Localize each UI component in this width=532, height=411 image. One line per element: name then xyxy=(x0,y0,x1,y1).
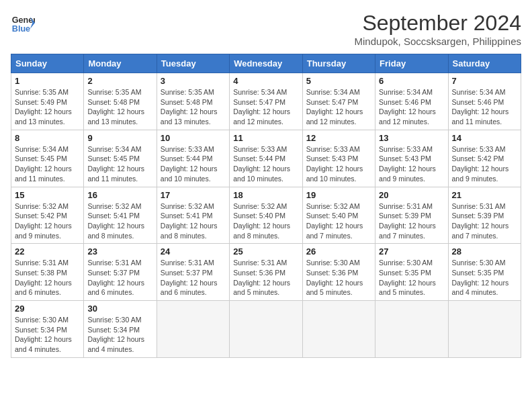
day-number: 10 xyxy=(161,133,226,143)
day-info: Sunrise: 5:32 AMSunset: 5:40 PMDaylight:… xyxy=(306,201,371,241)
day-number: 3 xyxy=(161,76,226,86)
calendar-day-cell: 26Sunrise: 5:30 AMSunset: 5:36 PMDayligh… xyxy=(302,244,375,301)
day-number: 20 xyxy=(379,190,444,200)
calendar-day-cell: 21Sunrise: 5:31 AMSunset: 5:39 PMDayligh… xyxy=(448,187,521,244)
main-title: September 2024 xyxy=(355,11,521,36)
calendar-day-cell xyxy=(302,301,375,358)
day-info: Sunrise: 5:34 AMSunset: 5:47 PMDaylight:… xyxy=(233,87,298,127)
day-number: 6 xyxy=(379,76,444,86)
calendar-day-cell xyxy=(157,301,229,358)
day-number: 9 xyxy=(87,133,152,143)
calendar-day-cell xyxy=(230,301,302,358)
day-info: Sunrise: 5:30 AMSunset: 5:34 PMDaylight:… xyxy=(87,315,152,355)
calendar-day-cell: 8Sunrise: 5:34 AMSunset: 5:45 PMDaylight… xyxy=(11,130,84,187)
calendar-day-cell: 5Sunrise: 5:34 AMSunset: 5:47 PMDaylight… xyxy=(302,73,375,130)
weekday-header-saturday: Saturday xyxy=(448,54,521,73)
day-number: 19 xyxy=(306,190,371,200)
calendar-day-cell: 16Sunrise: 5:32 AMSunset: 5:41 PMDayligh… xyxy=(84,187,157,244)
day-info: Sunrise: 5:33 AMSunset: 5:43 PMDaylight:… xyxy=(306,144,371,184)
calendar-day-cell: 25Sunrise: 5:31 AMSunset: 5:36 PMDayligh… xyxy=(230,244,302,301)
day-info: Sunrise: 5:33 AMSunset: 5:42 PMDaylight:… xyxy=(452,144,517,184)
calendar-day-cell: 3Sunrise: 5:35 AMSunset: 5:48 PMDaylight… xyxy=(157,73,229,130)
day-info: Sunrise: 5:34 AMSunset: 5:45 PMDaylight:… xyxy=(15,144,80,184)
day-number: 11 xyxy=(233,133,298,143)
day-info: Sunrise: 5:31 AMSunset: 5:39 PMDaylight:… xyxy=(379,201,444,241)
day-number: 23 xyxy=(87,246,152,257)
day-number: 27 xyxy=(379,246,444,257)
calendar-week-row: 29Sunrise: 5:30 AMSunset: 5:34 PMDayligh… xyxy=(11,301,521,358)
page-header: General Blue September 2024 Mindupok, So… xyxy=(11,11,521,47)
day-info: Sunrise: 5:34 AMSunset: 5:45 PMDaylight:… xyxy=(87,144,152,184)
calendar-day-cell: 19Sunrise: 5:32 AMSunset: 5:40 PMDayligh… xyxy=(302,187,375,244)
calendar-day-cell: 14Sunrise: 5:33 AMSunset: 5:42 PMDayligh… xyxy=(448,130,521,187)
day-number: 24 xyxy=(161,246,226,257)
calendar-day-cell: 7Sunrise: 5:34 AMSunset: 5:46 PMDaylight… xyxy=(448,73,521,130)
day-number: 4 xyxy=(233,76,298,86)
day-number: 13 xyxy=(379,133,444,143)
logo: General Blue xyxy=(11,11,35,35)
day-info: Sunrise: 5:34 AMSunset: 5:46 PMDaylight:… xyxy=(379,87,444,127)
calendar-table: SundayMondayTuesdayWednesdayThursdayFrid… xyxy=(11,54,521,358)
day-number: 12 xyxy=(306,133,371,143)
day-info: Sunrise: 5:30 AMSunset: 5:34 PMDaylight:… xyxy=(15,315,80,355)
day-number: 25 xyxy=(233,246,298,257)
weekday-header-sunday: Sunday xyxy=(11,54,84,73)
weekday-header-monday: Monday xyxy=(84,54,157,73)
title-block: September 2024 Mindupok, Soccsksargen, P… xyxy=(355,11,521,47)
calendar-day-cell xyxy=(375,301,448,358)
day-info: Sunrise: 5:30 AMSunset: 5:35 PMDaylight:… xyxy=(452,258,517,298)
day-info: Sunrise: 5:35 AMSunset: 5:49 PMDaylight:… xyxy=(15,87,80,127)
calendar-day-cell: 28Sunrise: 5:30 AMSunset: 5:35 PMDayligh… xyxy=(448,244,521,301)
day-number: 18 xyxy=(233,190,298,200)
day-info: Sunrise: 5:33 AMSunset: 5:44 PMDaylight:… xyxy=(233,144,298,184)
calendar-day-cell: 4Sunrise: 5:34 AMSunset: 5:47 PMDaylight… xyxy=(230,73,302,130)
calendar-day-cell: 20Sunrise: 5:31 AMSunset: 5:39 PMDayligh… xyxy=(375,187,448,244)
calendar-week-row: 22Sunrise: 5:31 AMSunset: 5:38 PMDayligh… xyxy=(11,244,521,301)
calendar-day-cell: 29Sunrise: 5:30 AMSunset: 5:34 PMDayligh… xyxy=(11,301,84,358)
day-info: Sunrise: 5:35 AMSunset: 5:48 PMDaylight:… xyxy=(161,87,226,127)
calendar-week-row: 8Sunrise: 5:34 AMSunset: 5:45 PMDaylight… xyxy=(11,130,521,187)
day-number: 8 xyxy=(15,133,80,143)
day-info: Sunrise: 5:31 AMSunset: 5:37 PMDaylight:… xyxy=(87,258,152,298)
svg-text:Blue: Blue xyxy=(12,24,30,34)
day-info: Sunrise: 5:31 AMSunset: 5:37 PMDaylight:… xyxy=(161,258,226,298)
day-info: Sunrise: 5:31 AMSunset: 5:36 PMDaylight:… xyxy=(233,258,298,298)
calendar-day-cell: 1Sunrise: 5:35 AMSunset: 5:49 PMDaylight… xyxy=(11,73,84,130)
calendar-day-cell: 13Sunrise: 5:33 AMSunset: 5:43 PMDayligh… xyxy=(375,130,448,187)
day-info: Sunrise: 5:33 AMSunset: 5:44 PMDaylight:… xyxy=(161,144,226,184)
weekday-header-thursday: Thursday xyxy=(302,54,375,73)
calendar-day-cell: 11Sunrise: 5:33 AMSunset: 5:44 PMDayligh… xyxy=(230,130,302,187)
day-number: 2 xyxy=(87,76,152,86)
calendar-day-cell: 30Sunrise: 5:30 AMSunset: 5:34 PMDayligh… xyxy=(84,301,157,358)
calendar-day-cell: 10Sunrise: 5:33 AMSunset: 5:44 PMDayligh… xyxy=(157,130,229,187)
weekday-header-tuesday: Tuesday xyxy=(157,54,229,73)
day-info: Sunrise: 5:32 AMSunset: 5:40 PMDaylight:… xyxy=(233,201,298,241)
calendar-week-row: 15Sunrise: 5:32 AMSunset: 5:42 PMDayligh… xyxy=(11,187,521,244)
day-number: 16 xyxy=(87,190,152,200)
day-number: 22 xyxy=(15,246,80,257)
calendar-day-cell: 18Sunrise: 5:32 AMSunset: 5:40 PMDayligh… xyxy=(230,187,302,244)
day-info: Sunrise: 5:35 AMSunset: 5:48 PMDaylight:… xyxy=(87,87,152,127)
day-number: 29 xyxy=(15,304,80,314)
weekday-header-row: SundayMondayTuesdayWednesdayThursdayFrid… xyxy=(11,54,521,73)
day-number: 28 xyxy=(452,246,517,257)
day-number: 17 xyxy=(161,190,226,200)
day-number: 5 xyxy=(306,76,371,86)
weekday-header-friday: Friday xyxy=(375,54,448,73)
day-info: Sunrise: 5:31 AMSunset: 5:38 PMDaylight:… xyxy=(15,258,80,298)
day-number: 7 xyxy=(452,76,517,86)
calendar-day-cell: 2Sunrise: 5:35 AMSunset: 5:48 PMDaylight… xyxy=(84,73,157,130)
calendar-day-cell: 22Sunrise: 5:31 AMSunset: 5:38 PMDayligh… xyxy=(11,244,84,301)
day-info: Sunrise: 5:34 AMSunset: 5:46 PMDaylight:… xyxy=(452,87,517,127)
day-number: 21 xyxy=(452,190,517,200)
day-info: Sunrise: 5:32 AMSunset: 5:41 PMDaylight:… xyxy=(161,201,226,241)
day-number: 26 xyxy=(306,246,371,257)
day-info: Sunrise: 5:32 AMSunset: 5:42 PMDaylight:… xyxy=(15,201,80,241)
calendar-day-cell: 24Sunrise: 5:31 AMSunset: 5:37 PMDayligh… xyxy=(157,244,229,301)
calendar-week-row: 1Sunrise: 5:35 AMSunset: 5:49 PMDaylight… xyxy=(11,73,521,130)
calendar-day-cell: 27Sunrise: 5:30 AMSunset: 5:35 PMDayligh… xyxy=(375,244,448,301)
day-info: Sunrise: 5:30 AMSunset: 5:36 PMDaylight:… xyxy=(306,258,371,298)
logo-icon: General Blue xyxy=(11,11,35,35)
day-number: 14 xyxy=(452,133,517,143)
day-info: Sunrise: 5:34 AMSunset: 5:47 PMDaylight:… xyxy=(306,87,371,127)
